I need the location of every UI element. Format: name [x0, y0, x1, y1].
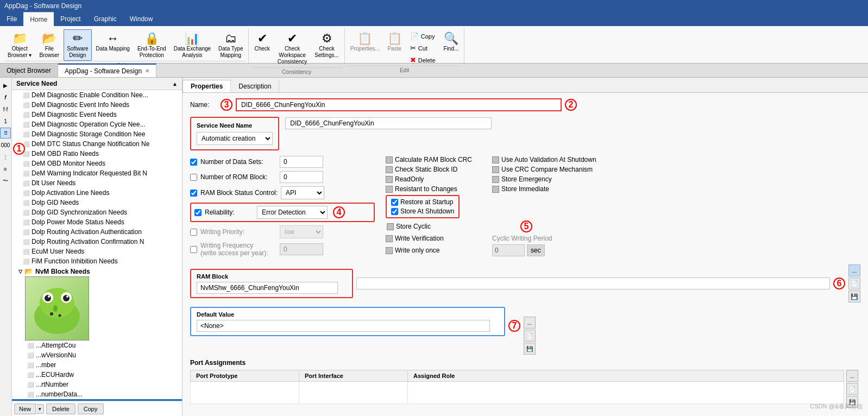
label-store-shutdown: Store At Shutdown [400, 207, 454, 215]
tree-item-dem8[interactable]: ⬜ DeM OBD Monitor Needs [12, 159, 182, 168]
tab-graphic[interactable]: Graphic [87, 12, 123, 26]
side-icon-arrow[interactable]: ▶ [0, 80, 11, 91]
check-num-rom[interactable] [190, 174, 197, 181]
select-reliability[interactable]: Error Detection No Error Detection [257, 206, 328, 219]
btn-check-settings[interactable]: ⚙ CheckSettings... [311, 29, 342, 61]
select-ram-status[interactable]: API [281, 186, 324, 199]
tree-item-dolp4[interactable]: ⬜ Dolp Power Mode Status Needs [12, 217, 182, 227]
btn-delete-footer[interactable]: Delete [46, 404, 76, 414]
service-need-value-input[interactable]: DID_6666_ChunFengYouXin [285, 117, 492, 129]
tree-folder-nvm[interactable]: ▽ 📂 NvM Block Needs [12, 266, 182, 276]
side-icon-fx[interactable]: f·f [0, 104, 11, 115]
service-need-dropdown[interactable]: Automatic creation [197, 132, 273, 145]
btn-object-browser[interactable]: 📁 ObjectBrowser ▾ [4, 29, 35, 61]
tab-file[interactable]: File [0, 12, 23, 26]
check-writing-freq[interactable] [190, 246, 197, 253]
btn-end-to-end[interactable]: 🔒 End-To-EndProtection [134, 29, 169, 61]
side-icon-wave[interactable]: 〜 [0, 175, 11, 186]
scroll-up-arrow[interactable]: ▲ [172, 81, 178, 87]
btn-software-design[interactable]: ✏ SoftwareDesign [64, 29, 91, 61]
btn-data-exchange[interactable]: 📊 Data ExchangeAnalysis [171, 29, 214, 61]
btn-find[interactable]: 🔍 Find... [441, 29, 462, 54]
side-icon-f[interactable]: f [0, 92, 11, 103]
tab-window[interactable]: Window [123, 12, 160, 26]
btn-data-mapping[interactable]: ↔ Data Mapping [93, 29, 133, 54]
tree-item-dem2[interactable]: ⬜ DeM Diagnostic Event Info Needs [12, 100, 182, 110]
side-icon-1[interactable]: 1 [0, 116, 11, 127]
tree-item-dem4[interactable]: ⬜ DeM Diagnostic Operation Cycle Nee... [12, 119, 182, 129]
btn-file-browser[interactable]: 📂 FileBrowser [36, 29, 62, 61]
tree-item-nvm-sub3[interactable]: ⬜...mber [25, 360, 182, 370]
btn-ram-dots[interactable]: ... [848, 264, 860, 276]
tree-item-fim[interactable]: ⬜ FiM Function Inhibition Needs [12, 256, 182, 266]
tree-item-dolp2[interactable]: ⬜ Dolp GID Needs [12, 198, 182, 207]
btn-dv-copy[interactable]: 📄 [524, 330, 536, 342]
btn-dv-save[interactable]: 💾 [524, 343, 536, 355]
check-ram-status[interactable] [190, 190, 197, 197]
tab-project[interactable]: Project [54, 12, 87, 26]
tree-scroll[interactable]: ⬜ DeM Diagnostic Enable Condition Nee...… [12, 90, 182, 401]
tree-item-dolp1[interactable]: ⬜ Dolp Activation Line Needs [12, 188, 182, 198]
ram-block-section: RAM Block NvMShw_6666_ChunFengYouXin 6 .… [190, 264, 860, 302]
btn-check[interactable]: ✔ Check [251, 29, 273, 54]
doc-tab-apdag-close[interactable]: ✕ [145, 68, 149, 74]
side-icon-active[interactable]: ⠿ [0, 128, 11, 138]
check-store-shutdown[interactable] [391, 208, 398, 215]
input-writing-freq[interactable]: 0 [280, 243, 323, 255]
btn-ram-save[interactable]: 💾 [848, 291, 860, 302]
name-input[interactable]: DID_6666_ChunFengYouXin [236, 98, 562, 111]
tree-item-dolp3[interactable]: ⬜ Dolp GID Synchronization Needs [12, 207, 182, 217]
btn-delete[interactable]: ✖ Delete [406, 54, 439, 66]
doc-tab-object-browser[interactable]: Object Browser [0, 64, 58, 77]
label-store-immediate: Store Immediate [501, 185, 549, 193]
tab-description[interactable]: Description [231, 80, 279, 92]
ram-block-input[interactable]: NvMShw_6666_ChunFengYouXin [197, 282, 338, 294]
check-restore-startup[interactable] [391, 199, 398, 206]
btn-new-main[interactable]: New [14, 404, 36, 414]
tree-item-dlt[interactable]: ⬜ Dlt User Needs [12, 178, 182, 188]
side-icon-dots[interactable]: ⋮ [0, 152, 11, 162]
tree-item-nvm-sub4[interactable]: ⬜...ECUHardw [25, 370, 182, 380]
select-writing-priority[interactable]: low [280, 225, 323, 238]
side-icon-000[interactable]: 000 [0, 140, 11, 150]
tree-item-dolp6[interactable]: ⬜ Dolp Routing Activation Confirmation N [12, 237, 182, 247]
input-num-datasets[interactable]: 0 [280, 156, 323, 168]
tree-item-nvm-sub1[interactable]: ⬜...AttemptCou [25, 341, 182, 350]
default-value-input[interactable]: <None> [197, 320, 490, 332]
check-writing-priority[interactable] [190, 229, 197, 236]
btn-copy[interactable]: 📄 Copy [406, 30, 439, 42]
check-num-datasets[interactable] [190, 159, 197, 166]
btn-cut[interactable]: ✂ Cut [406, 42, 439, 54]
btn-port-dots[interactable]: ... [846, 370, 858, 382]
btn-data-type[interactable]: 🗂 Data TypeMapping [215, 29, 246, 61]
tree-item-dem1[interactable]: ⬜ DeM Diagnostic Enable Condition Nee... [12, 90, 182, 100]
tree-item-nvm-sub6[interactable]: ⬜...numberData... [25, 389, 182, 399]
tree-item-dem7[interactable]: ⬜ DeM OBD Ratio Needs [12, 149, 182, 159]
btn-new-arrow[interactable]: ▾ [36, 404, 44, 414]
input-num-rom[interactable]: 0 [280, 171, 323, 183]
doc-tab-apdag[interactable]: AppDag - Software Design ✕ [58, 64, 156, 77]
btn-ram-copy[interactable]: 📄 [848, 278, 860, 289]
btn-check-workspace[interactable]: ✔ CheckWorkspaceConsistency [274, 29, 310, 67]
btn-properties[interactable]: 📋 Properties... [347, 29, 383, 54]
check-reliability[interactable] [194, 209, 202, 216]
ram-block-full-input[interactable] [356, 278, 830, 289]
tree-item-nvm-sub2[interactable]: ⬜...wVersionNu [25, 350, 182, 360]
btn-new[interactable]: New ▾ [14, 404, 44, 414]
btn-copy-footer[interactable]: Copy [78, 404, 104, 414]
tree-item-dem6[interactable]: ⬜ DeM DTC Status Change Notification Ne [12, 139, 182, 149]
input-cyclic-period[interactable]: 0 [492, 244, 525, 256]
side-icon-lines[interactable]: ≡ [0, 163, 11, 174]
btn-paste[interactable]: 📋 Paste [384, 29, 405, 54]
tab-properties[interactable]: Properties [183, 80, 231, 92]
tree-item-nvm-sub5[interactable]: ⬜...rtNumber [25, 380, 182, 389]
btn-dv-dots[interactable]: ... [524, 317, 536, 329]
tree-item-dem3[interactable]: ⬜ DeM Diagnostic Event Needs [12, 110, 182, 119]
btn-port-copy[interactable]: 📄 [846, 383, 858, 395]
tab-home[interactable]: Home [23, 12, 54, 26]
tree-item-dem5[interactable]: ⬜ DeM Diagnostic Storage Condition Nee [12, 129, 182, 139]
tree-item-dolp5[interactable]: ⬜ Dolp Routing Activation Authentication [12, 227, 182, 237]
tree-item-did-selected[interactable]: ⬜ DID_6666_ChunFengYouXin [12, 399, 182, 401]
tree-item-dem9[interactable]: ⬜ DeM Warning Indicator Requested Bit N [12, 168, 182, 178]
tree-item-ecu[interactable]: ⬜ EcuM User Needs [12, 247, 182, 256]
